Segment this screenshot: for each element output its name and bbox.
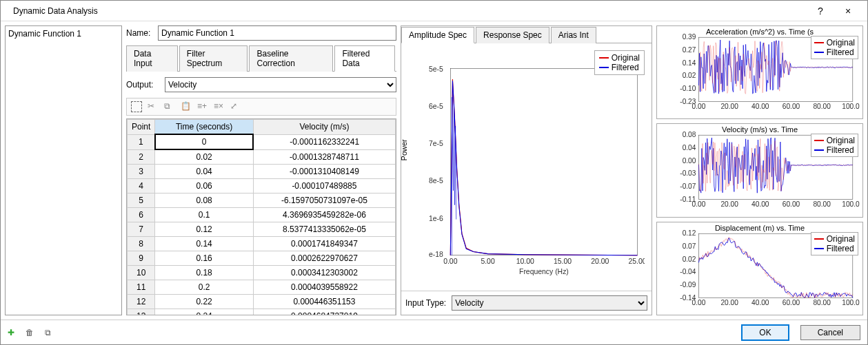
cell-time[interactable]: 0.02 xyxy=(155,149,254,165)
cell-time[interactable]: 0.22 xyxy=(155,295,254,309)
cell-time[interactable]: 0.04 xyxy=(155,165,254,179)
insert-row-icon[interactable]: ≡+ xyxy=(197,101,208,112)
svg-text:-0.07: -0.07 xyxy=(680,182,696,190)
main-tab-filter-spectrum[interactable]: Filter Spectrum xyxy=(179,45,248,72)
select-icon[interactable] xyxy=(131,101,142,112)
cell-point[interactable]: 7 xyxy=(128,222,155,237)
cell-point[interactable]: 3 xyxy=(128,165,155,179)
cell-point[interactable]: 10 xyxy=(128,266,155,280)
data-table-wrap[interactable]: Point Time (seconds) Velocity (m/s) 1 0 … xyxy=(126,118,396,315)
col-time[interactable]: Time (seconds) xyxy=(155,120,254,135)
table-row[interactable]: 8 0.14 0.0001741849347 xyxy=(128,237,396,251)
output-select[interactable]: Velocity xyxy=(165,77,396,92)
cell-point[interactable]: 12 xyxy=(128,295,155,309)
table-row[interactable]: 3 0.04 -0.0001310408149 xyxy=(128,165,396,179)
delete-row-icon[interactable]: ≡× xyxy=(214,101,225,112)
data-table: Point Time (seconds) Velocity (m/s) 1 0 … xyxy=(127,119,396,315)
window-title: Dynamic Data Analysis xyxy=(6,6,807,16)
cut-icon[interactable]: ✂ xyxy=(148,101,159,112)
table-row[interactable]: 6 0.1 4.3696935459282e-06 xyxy=(128,208,396,222)
mini-chart-legend: Original Filtered xyxy=(811,232,858,255)
col-point[interactable]: Point xyxy=(128,120,155,135)
copy-function-icon[interactable]: ⧉ xyxy=(45,328,51,337)
svg-text:3.95e-5: 3.95e-5 xyxy=(429,65,443,73)
cell-point[interactable]: 4 xyxy=(128,179,155,194)
cell-value[interactable]: -0.0001328748711 xyxy=(253,149,395,165)
cell-time[interactable]: 0.24 xyxy=(155,309,254,316)
titlebar: Dynamic Data Analysis ? × xyxy=(1,1,867,21)
input-type-select[interactable]: Velocity xyxy=(452,295,647,311)
cell-time[interactable]: 0 xyxy=(155,134,254,149)
cell-time[interactable]: 0.1 xyxy=(155,208,254,222)
cell-time[interactable]: 0.14 xyxy=(155,237,254,251)
paste-icon[interactable]: 📋 xyxy=(181,101,192,112)
close-button[interactable]: × xyxy=(834,6,862,17)
svg-text:25.00: 25.00 xyxy=(629,258,645,265)
cell-value[interactable]: 0.000446351153 xyxy=(253,295,395,309)
cell-point[interactable]: 1 xyxy=(128,134,155,149)
main-tab-filtered-data[interactable]: Filtered Data xyxy=(334,45,395,72)
function-list-item[interactable]: Dynamic Function 1 xyxy=(8,29,119,39)
cell-value[interactable]: -0.0001310408149 xyxy=(253,165,395,179)
table-row[interactable]: 7 0.12 8.5377413335062e-05 xyxy=(128,222,396,237)
main-tab-baseline-correction[interactable]: Baseline Correction xyxy=(249,45,333,72)
table-row[interactable]: 1 0 -0.0001162332241 xyxy=(128,134,396,149)
svg-text:100.00: 100.00 xyxy=(842,200,860,208)
col-value[interactable]: Velocity (m/s) xyxy=(253,120,395,135)
cell-value[interactable]: 0.0001741849347 xyxy=(253,237,395,251)
cell-point[interactable]: 8 xyxy=(128,237,155,251)
cell-point[interactable]: 13 xyxy=(128,309,155,316)
cell-value[interactable]: 0.0002622970627 xyxy=(253,251,395,266)
svg-text:10.00: 10.00 xyxy=(516,258,534,265)
resize-icon[interactable]: ⤢ xyxy=(230,101,241,112)
svg-text:0.08: 0.08 xyxy=(683,132,696,139)
cell-value[interactable]: 0.0004684737019 xyxy=(253,309,395,316)
mini-chart-title: Displacement (m) vs. Time xyxy=(715,224,805,232)
name-input[interactable] xyxy=(158,25,396,41)
table-row[interactable]: 2 0.02 -0.0001328748711 xyxy=(128,149,396,165)
mini-chart-2: Displacement (m) vs. Time Original Filte… xyxy=(656,222,863,315)
main-tab-data-input[interactable]: Data Input xyxy=(126,45,178,72)
svg-text:100.00: 100.00 xyxy=(842,103,860,110)
table-row[interactable]: 10 0.18 0.0003412303002 xyxy=(128,266,396,280)
delete-icon[interactable]: 🗑 xyxy=(26,328,34,337)
cancel-button[interactable]: Cancel xyxy=(800,325,860,340)
spec-tab-response-spec[interactable]: Response Spec xyxy=(476,27,549,43)
cell-value[interactable]: 8.5377413335062e-05 xyxy=(253,222,395,237)
spec-tab-arias-int[interactable]: Arias Int xyxy=(551,27,596,43)
cell-time[interactable]: 0.12 xyxy=(155,222,254,237)
spec-tab-amplitude-spec[interactable]: Amplitude Spec xyxy=(401,27,474,43)
table-row[interactable]: 4 0.06 -0.000107489885 xyxy=(128,179,396,194)
copy-icon[interactable]: ⧉ xyxy=(164,101,175,112)
cell-value[interactable]: 4.3696935459282e-06 xyxy=(253,208,395,222)
cell-point[interactable]: 9 xyxy=(128,251,155,266)
help-button[interactable]: ? xyxy=(807,6,834,17)
svg-text:100.00: 100.00 xyxy=(842,298,860,306)
cell-value[interactable]: 0.0003412303002 xyxy=(253,266,395,280)
ok-button[interactable]: OK xyxy=(741,324,789,341)
table-row[interactable]: 5 0.08 -6.1597050731097e-05 xyxy=(128,194,396,208)
cell-point[interactable]: 11 xyxy=(128,280,155,295)
cell-value[interactable]: -0.0001162332241 xyxy=(253,134,395,149)
cell-time[interactable]: 0.2 xyxy=(155,280,254,295)
cell-value[interactable]: -6.1597050731097e-05 xyxy=(253,194,395,208)
svg-text:0.07: 0.07 xyxy=(683,242,696,250)
table-row[interactable]: 9 0.16 0.0002622970627 xyxy=(128,251,396,266)
cell-time[interactable]: 0.18 xyxy=(155,266,254,280)
spec-tabs: Amplitude SpecResponse SpecArias Int xyxy=(401,26,652,43)
svg-text:15.00: 15.00 xyxy=(554,258,572,265)
cell-point[interactable]: 6 xyxy=(128,208,155,222)
cell-point[interactable]: 2 xyxy=(128,149,155,165)
table-row[interactable]: 12 0.22 0.000446351153 xyxy=(128,295,396,309)
cell-time[interactable]: 0.08 xyxy=(155,194,254,208)
mini-chart-legend: Original Filtered xyxy=(811,134,858,157)
cell-time[interactable]: 0.16 xyxy=(155,251,254,266)
cell-time[interactable]: 0.06 xyxy=(155,179,254,194)
table-row[interactable]: 13 0.24 0.0004684737019 xyxy=(128,309,396,316)
function-list[interactable]: Dynamic Function 1 xyxy=(5,25,122,315)
cell-value[interactable]: 0.0004039558922 xyxy=(253,280,395,295)
table-row[interactable]: 11 0.2 0.0004039558922 xyxy=(128,280,396,295)
cell-point[interactable]: 5 xyxy=(128,194,155,208)
add-icon[interactable]: ✚ xyxy=(8,328,14,337)
cell-value[interactable]: -0.000107489885 xyxy=(253,179,395,194)
